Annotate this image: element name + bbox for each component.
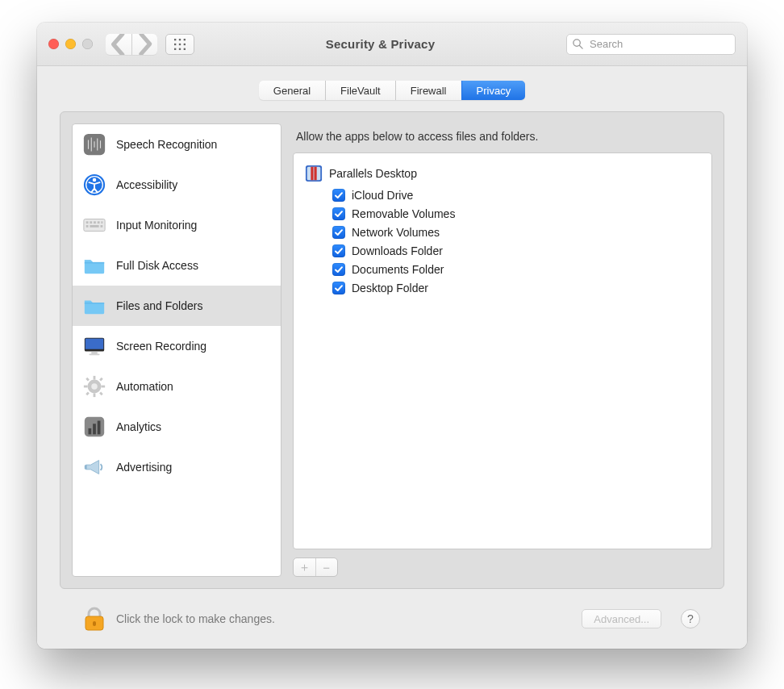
- permission-checkbox[interactable]: [332, 189, 345, 202]
- svg-rect-33: [91, 353, 98, 354]
- barchart-icon: [82, 415, 106, 439]
- sidebar-item-label: Input Monitoring: [116, 219, 197, 232]
- svg-rect-34: [89, 353, 99, 355]
- sidebar-item-files-and-folders[interactable]: Files and Folders: [73, 286, 281, 326]
- svg-rect-49: [85, 465, 87, 470]
- nav-back-forward: [106, 34, 157, 55]
- search-field-wrap: [566, 34, 736, 55]
- sidebar-item-input-monitoring[interactable]: Input Monitoring: [73, 205, 281, 245]
- svg-rect-1: [179, 39, 181, 40]
- svg-rect-48: [98, 421, 101, 435]
- permission-label: Removable Volumes: [352, 207, 455, 220]
- sidebar-item-speech[interactable]: Speech Recognition: [73, 124, 281, 165]
- permission-item: Network Volumes: [332, 226, 700, 239]
- svg-rect-3: [174, 43, 176, 44]
- svg-rect-7: [179, 48, 181, 49]
- svg-rect-32: [85, 339, 104, 349]
- svg-rect-26: [86, 225, 89, 228]
- privacy-category-list[interactable]: Speech Recognition Accessibility Input M…: [72, 123, 281, 577]
- app-permission-list[interactable]: Parallels Desktop iCloud Drive Removable…: [293, 152, 712, 549]
- search-input[interactable]: [566, 34, 736, 55]
- sidebar-item-label: Automation: [116, 380, 173, 393]
- svg-rect-47: [93, 424, 96, 434]
- megaphone-icon: [82, 455, 106, 479]
- tab-general[interactable]: General: [259, 81, 325, 100]
- svg-line-10: [580, 45, 583, 48]
- svg-rect-2: [184, 39, 186, 40]
- permission-label: Desktop Folder: [352, 282, 428, 294]
- sidebar-item-label: Files and Folders: [116, 299, 202, 312]
- lock-icon[interactable]: [84, 606, 105, 632]
- folder-icon: [82, 294, 106, 318]
- permission-label: iCloud Drive: [352, 189, 413, 202]
- permission-checkbox[interactable]: [332, 282, 345, 294]
- permission-list: iCloud Drive Removable Volumes Network V…: [332, 189, 700, 294]
- permission-item: Removable Volumes: [332, 207, 700, 220]
- back-button[interactable]: [106, 34, 131, 55]
- svg-rect-37: [94, 393, 96, 397]
- window-controls: [48, 39, 93, 49]
- tab-filevault[interactable]: FileVault: [325, 81, 395, 100]
- svg-rect-39: [101, 386, 105, 388]
- grid-icon: [174, 39, 186, 50]
- tab-privacy[interactable]: Privacy: [461, 81, 526, 100]
- permission-checkbox[interactable]: [332, 263, 345, 276]
- svg-rect-29: [85, 262, 104, 263]
- remove-button[interactable]: −: [315, 558, 338, 576]
- svg-rect-6: [174, 48, 176, 49]
- svg-rect-43: [85, 392, 90, 396]
- app-row[interactable]: Parallels Desktop: [305, 161, 700, 189]
- advanced-button[interactable]: Advanced...: [582, 609, 661, 628]
- lock-hint-text: Click the lock to make changes.: [116, 612, 570, 625]
- search-icon: [572, 38, 584, 50]
- svg-rect-51: [307, 167, 321, 181]
- forward-button[interactable]: [131, 34, 157, 55]
- svg-rect-4: [179, 43, 181, 44]
- close-window-button[interactable]: [48, 39, 59, 49]
- sidebar-item-automation[interactable]: Automation: [73, 366, 281, 407]
- svg-rect-55: [93, 621, 96, 626]
- tab-firewall[interactable]: Firewall: [395, 81, 461, 100]
- add-button[interactable]: ＋: [294, 558, 315, 576]
- zoom-window-button: [82, 39, 93, 49]
- sidebar-item-full-disk-access[interactable]: Full Disk Access: [73, 245, 281, 286]
- show-all-button[interactable]: [165, 34, 194, 55]
- sidebar-item-label: Screen Recording: [116, 340, 206, 353]
- svg-rect-0: [174, 39, 176, 40]
- svg-point-44: [91, 383, 98, 390]
- sidebar-item-label: Analytics: [116, 420, 161, 433]
- permission-label: Network Volumes: [352, 226, 440, 239]
- permission-checkbox[interactable]: [332, 226, 345, 239]
- svg-rect-46: [89, 428, 92, 435]
- svg-rect-38: [84, 386, 88, 388]
- help-button[interactable]: ?: [681, 609, 700, 628]
- sidebar-item-analytics[interactable]: Analytics: [73, 407, 281, 447]
- minimize-window-button[interactable]: [65, 39, 76, 49]
- sidebar-item-label: Full Disk Access: [116, 259, 198, 272]
- svg-rect-25: [101, 221, 102, 223]
- permission-checkbox[interactable]: [332, 244, 345, 257]
- permission-checkbox[interactable]: [332, 207, 345, 220]
- add-remove-segment: ＋ −: [293, 557, 338, 577]
- footer: Click the lock to make changes. Advanced…: [60, 589, 724, 649]
- sidebar-item-accessibility[interactable]: Accessibility: [73, 165, 281, 205]
- permission-item: Documents Folder: [332, 263, 700, 276]
- detail-pane: Allow the apps below to access files and…: [293, 123, 712, 577]
- content-area: General FileVault Firewall Privacy Speec…: [37, 66, 747, 649]
- parallels-icon: [305, 165, 323, 182]
- svg-rect-24: [98, 221, 100, 223]
- sidebar-item-advertising[interactable]: Advertising: [73, 447, 281, 487]
- svg-point-9: [573, 39, 580, 45]
- sidebar-item-screen-recording[interactable]: Screen Recording: [73, 326, 281, 366]
- sidebar-item-label: Advertising: [116, 461, 172, 474]
- permission-item: iCloud Drive: [332, 189, 700, 202]
- svg-rect-21: [86, 221, 89, 223]
- folder-icon: [82, 253, 106, 278]
- svg-point-19: [93, 178, 97, 182]
- svg-rect-22: [90, 221, 92, 223]
- sidebar-item-label: Speech Recognition: [116, 138, 217, 151]
- keyboard-icon: [82, 213, 106, 237]
- permission-item: Desktop Folder: [332, 282, 700, 294]
- svg-rect-42: [99, 378, 103, 382]
- preferences-window: Security & Privacy General FileVault Fir…: [37, 23, 747, 649]
